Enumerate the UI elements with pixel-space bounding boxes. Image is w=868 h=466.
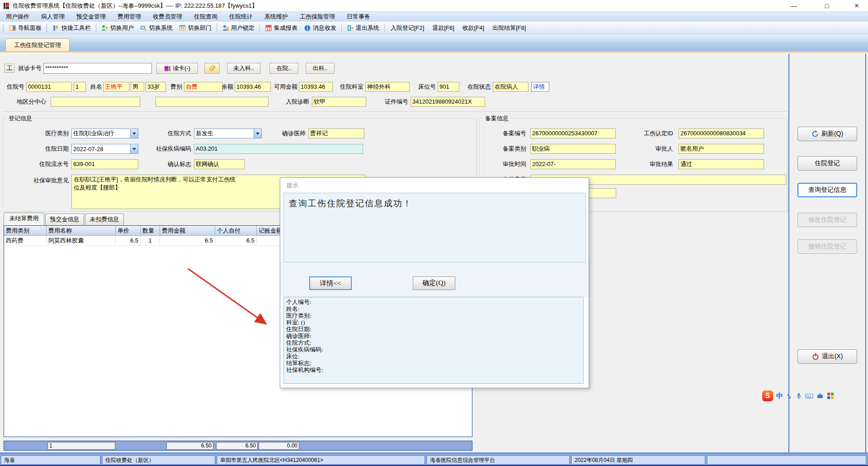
menu-inpatient-stats[interactable]: 住院统计 xyxy=(223,12,259,22)
menu-user-ops[interactable]: 用户操作 xyxy=(0,12,35,22)
menu-patient-mgmt[interactable]: 病人管理 xyxy=(35,12,71,22)
fee-type-field[interactable]: 自费 xyxy=(184,82,223,92)
status-field[interactable]: 在院病人 xyxy=(493,82,528,92)
dropdown-arrow-icon[interactable] xyxy=(130,144,138,153)
medical-type-value: 住院职业病治疗 xyxy=(72,129,130,138)
not-admitted-button[interactable]: 未入科.. xyxy=(227,63,260,74)
detail-line: 确诊医师: xyxy=(286,333,581,339)
card-tool-button[interactable]: 工 xyxy=(5,64,14,73)
exit-button[interactable]: 退出(X) xyxy=(797,349,857,364)
switch-system-icon xyxy=(140,24,147,32)
admission-date-picker[interactable]: 2022-07-28 xyxy=(71,144,138,154)
bed-field[interactable]: 901 xyxy=(438,82,459,92)
serial-no-field[interactable]: 639-001 xyxy=(71,159,138,169)
clear-button[interactable] xyxy=(204,63,220,74)
maximize-button[interactable]: □ xyxy=(816,0,837,12)
record-type-field[interactable]: 职业病 xyxy=(530,144,616,154)
reports-button[interactable]: 集成报表 xyxy=(262,23,301,33)
exit-system-button[interactable]: 退出系统 xyxy=(344,23,382,33)
status-empty xyxy=(707,456,866,465)
admission-mode-value: 新发生 xyxy=(194,129,254,138)
confirm-flag-field[interactable]: 联网确认 xyxy=(194,159,245,169)
sogou-logo-icon[interactable]: S xyxy=(762,390,773,401)
switch-dept-icon xyxy=(179,24,186,32)
dropdown-arrow-icon[interactable] xyxy=(130,129,138,138)
menu-daily-affairs[interactable]: 日常事务 xyxy=(341,12,376,22)
diagnosis-field[interactable]: 软甲 xyxy=(312,97,366,107)
record-no-label: 备案编号 xyxy=(492,128,526,138)
medical-type-select[interactable]: 住院职业病治疗 xyxy=(71,128,138,138)
age-field[interactable]: 33岁 xyxy=(146,82,166,92)
card-number-input[interactable]: ********** xyxy=(43,63,152,74)
out-dept-button[interactable]: 出科.. xyxy=(306,63,335,74)
admission-register-action[interactable]: 入院登记[F2] xyxy=(387,23,428,33)
receive-payment-action[interactable]: 收款[F4] xyxy=(458,23,488,33)
balance-field[interactable]: 10393.46 xyxy=(235,82,271,92)
minimize-button[interactable]: — xyxy=(783,0,804,12)
dropdown-arrow-icon[interactable] xyxy=(254,129,261,138)
balance-label: 余额 xyxy=(218,82,233,92)
menu-injury-insurance[interactable]: 工伤保险管理 xyxy=(294,12,341,22)
close-button[interactable]: × xyxy=(846,0,867,12)
detail-line: 床位: xyxy=(286,353,581,360)
approve-result-field[interactable]: 通过 xyxy=(679,159,764,169)
ime-pen-icon[interactable] xyxy=(786,392,793,399)
menu-system-maint[interactable]: 系统维护 xyxy=(259,12,294,22)
ime-keyboard-icon[interactable] xyxy=(805,392,813,399)
menu-fee-mgmt[interactable]: 费用管理 xyxy=(112,12,147,22)
approver-field[interactable]: 匿名用户 xyxy=(679,144,764,154)
messages-label: 消息收发 xyxy=(313,24,336,32)
approve-time-field[interactable]: 2022-07- xyxy=(530,159,616,169)
registration-title: 登记信息 xyxy=(7,115,34,122)
injury-id-field[interactable]: 26700000000080830034 xyxy=(679,128,764,138)
header-quantity: 数量 xyxy=(141,226,160,236)
cancel-registration-button[interactable]: 撤销住院登记 xyxy=(797,239,857,254)
fee-type-label: 费别 xyxy=(167,82,182,92)
menu-inpatient-query[interactable]: 住院查询 xyxy=(188,12,223,22)
available-field[interactable]: 10393.46 xyxy=(299,82,333,92)
doctor-field[interactable]: 曹祥记 xyxy=(308,128,364,138)
admit-count-field[interactable]: 1 xyxy=(74,82,86,92)
read-card-button[interactable]: 读卡(-) xyxy=(156,63,198,74)
ime-grid-icon[interactable] xyxy=(827,392,834,399)
tab-injury-registration[interactable]: 工伤住院登记管理 xyxy=(5,38,70,51)
patient-detail-link[interactable]: 详情 xyxy=(531,82,549,92)
switch-system-button[interactable]: 切换系统 xyxy=(137,23,176,33)
inpatient-no-field[interactable]: 0000131 xyxy=(26,82,72,92)
quick-toolbar-button[interactable]: 快捷工具栏 xyxy=(49,23,94,33)
id-number-field[interactable]: 34120219880924021X xyxy=(410,97,485,107)
nav-panel-button[interactable]: 导航面板 xyxy=(6,23,45,33)
in-hospital-button[interactable]: 在院.. xyxy=(269,63,298,74)
dept-field[interactable]: 神经外科 xyxy=(365,82,410,92)
tab-unsettled-fees[interactable]: 未结算费用 xyxy=(4,213,44,225)
region-center-field-1[interactable] xyxy=(51,97,140,107)
record-no-field[interactable]: 26700000000253430007 xyxy=(530,128,616,138)
messages-icon xyxy=(304,24,311,32)
region-center-field-2[interactable] xyxy=(156,97,269,107)
detail-toggle-button[interactable]: 详情<< xyxy=(309,276,352,290)
ok-button[interactable]: 确定(Q) xyxy=(413,276,455,290)
tab-undeducted-info[interactable]: 未扣费信息 xyxy=(85,214,124,225)
refund-action[interactable]: 退款[F6] xyxy=(428,23,458,33)
admission-mode-select[interactable]: 新发生 xyxy=(194,128,262,138)
messages-button[interactable]: 消息收发 xyxy=(301,23,340,33)
ime-toolbox-icon[interactable] xyxy=(816,392,824,399)
switch-dept-label: 切换部门 xyxy=(188,24,212,32)
user-lock-button[interactable]: 用户锁定 xyxy=(219,23,258,33)
query-registration-button[interactable]: 查询登记信息 xyxy=(797,183,857,197)
tab-prepay-info[interactable]: 预交金信息 xyxy=(45,214,84,225)
modify-registration-button[interactable]: 修改住院登记 xyxy=(797,213,857,227)
admission-register-button[interactable]: 住院登记 xyxy=(797,156,857,171)
menu-cashier-mgmt[interactable]: 收费员管理 xyxy=(147,12,188,22)
discharge-settle-action[interactable]: 出院结算[F8] xyxy=(488,23,530,33)
disease-code-field[interactable]: A03.201 xyxy=(194,144,363,154)
ime-lang-icon[interactable]: 中 xyxy=(776,392,783,400)
switch-user-button[interactable]: 切换用户 xyxy=(98,23,137,33)
patient-name-field[interactable]: 王艳平 xyxy=(103,82,129,92)
dialog-title-bar[interactable]: 提示 xyxy=(280,178,589,192)
gender-field[interactable]: 男 xyxy=(131,82,144,92)
ime-mic-icon[interactable] xyxy=(796,392,802,399)
switch-dept-button[interactable]: 切换部门 xyxy=(176,23,215,33)
menu-prepay-mgmt[interactable]: 预交金管理 xyxy=(71,12,112,22)
refresh-button[interactable]: 刷新(Q) xyxy=(797,127,857,141)
